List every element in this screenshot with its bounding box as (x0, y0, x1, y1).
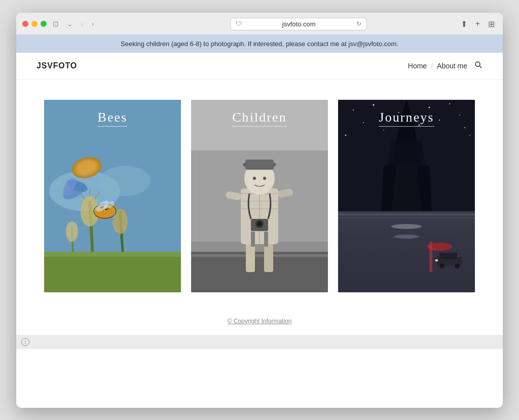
refresh-icon[interactable]: ↻ (356, 20, 361, 27)
nav-separator: / (431, 62, 433, 70)
address-bar-row: 🛡 jsvfoto.com ↻ ⬆ + ⊞ (100, 18, 497, 30)
nav-home[interactable]: Home (408, 62, 427, 70)
share-button[interactable]: ⬆ (459, 18, 469, 30)
browser-titlebar: ⊡ ⌄ ‹ › 🛡 jsvfoto.com ↻ ⬆ + ⊞ (22, 18, 497, 34)
maximize-button[interactable] (41, 21, 47, 27)
banner-text: Seeking children (aged 6-8) to photograp… (121, 40, 398, 48)
browser-footer: i (16, 335, 503, 349)
journeys-label: Journeys (338, 100, 475, 134)
gallery-section: Bees (16, 80, 503, 308)
svg-point-45 (253, 177, 256, 180)
gallery-item-children[interactable]: Children (191, 100, 328, 292)
back-button[interactable]: ‹ (79, 19, 86, 29)
svg-rect-84 (435, 259, 438, 261)
svg-point-46 (263, 177, 266, 180)
svg-rect-28 (191, 252, 328, 292)
gallery-grid: Bees (36, 100, 483, 292)
svg-line-1 (479, 66, 481, 68)
bees-label: Bees (44, 100, 181, 134)
svg-point-79 (394, 235, 419, 239)
svg-point-62 (345, 134, 347, 136)
gallery-item-bees[interactable]: Bees (44, 100, 181, 292)
traffic-lights (22, 21, 47, 27)
svg-point-0 (475, 62, 480, 66)
close-button[interactable] (22, 21, 28, 27)
svg-rect-37 (251, 232, 255, 247)
svg-rect-81 (439, 253, 457, 259)
svg-rect-29 (191, 254, 328, 257)
svg-point-4 (100, 166, 151, 196)
website-content: Seeking children (aged 6-8) to photograp… (16, 35, 503, 335)
address-bar[interactable]: 🛡 jsvfoto.com ↻ (230, 18, 367, 30)
svg-marker-68 (391, 140, 422, 166)
svg-rect-38 (264, 232, 268, 247)
shield-icon: 🛡 (236, 20, 242, 27)
svg-rect-74 (338, 211, 475, 292)
site-header: JSVFOTO Home / About me (16, 53, 503, 80)
site-nav: Home / About me (408, 61, 483, 71)
svg-point-9 (113, 209, 128, 234)
grid-view-button[interactable]: ⊞ (486, 18, 497, 30)
info-icon[interactable]: i (21, 338, 29, 346)
svg-point-82 (439, 263, 444, 269)
url-display: jsvfoto.com (245, 20, 353, 28)
site-logo[interactable]: JSVFOTO (36, 61, 77, 70)
browser-window: ⊡ ⌄ ‹ › 🛡 jsvfoto.com ↻ ⬆ + ⊞ (16, 13, 503, 408)
window-view-button[interactable]: ⊡ (51, 19, 61, 29)
gallery-item-journeys[interactable]: Journeys (338, 100, 475, 292)
minimize-button[interactable] (31, 21, 38, 27)
announcement-banner: Seeking children (aged 6-8) to photograp… (16, 35, 503, 53)
site-footer: © Copyright Information (16, 308, 503, 335)
browser-chrome: ⊡ ⌄ ‹ › 🛡 jsvfoto.com ↻ ⬆ + ⊞ (16, 13, 503, 35)
svg-point-41 (257, 221, 262, 226)
nav-about[interactable]: About me (437, 62, 467, 70)
svg-point-10 (66, 221, 78, 242)
svg-rect-77 (429, 242, 432, 272)
svg-point-83 (455, 263, 460, 269)
svg-point-64 (469, 135, 470, 136)
children-label: Children (191, 100, 328, 134)
chevron-down-button[interactable]: ⌄ (65, 19, 75, 29)
svg-rect-24 (44, 257, 181, 292)
copyright-link[interactable]: © Copyright Information (228, 318, 292, 325)
search-icon[interactable] (474, 61, 483, 71)
svg-rect-44 (245, 160, 274, 170)
svg-point-78 (391, 224, 422, 229)
new-tab-button[interactable]: + (473, 18, 482, 29)
forward-button[interactable]: › (90, 19, 96, 29)
